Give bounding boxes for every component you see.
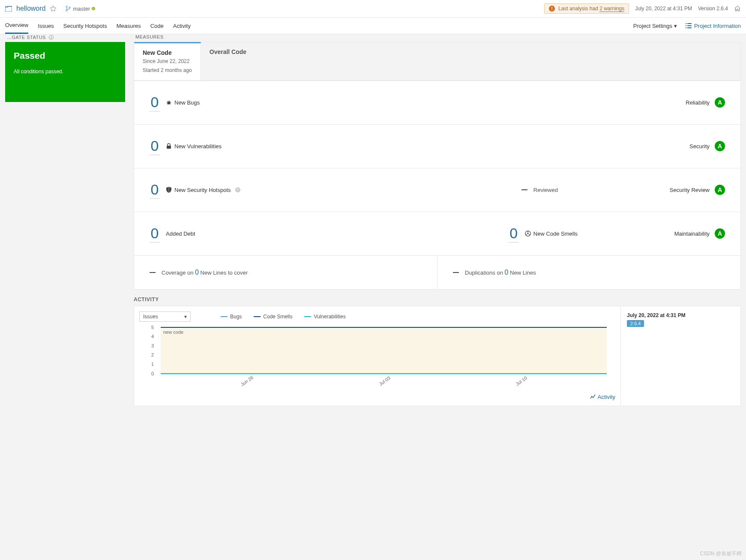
list-icon (686, 23, 692, 28)
reliability-rating: A (715, 97, 725, 108)
activity-link[interactable]: Activity (590, 394, 615, 400)
maintainability-rating: A (715, 228, 725, 239)
activity-chart: 5 4 3 2 1 0 new code Jun 26 (161, 327, 607, 383)
metric-row-vulnerabilities: 0 New Vulnerabilities Security A (134, 124, 740, 168)
help-icon[interactable]: ? (235, 187, 240, 192)
svg-point-4 (168, 101, 171, 104)
chevron-down-icon: ▾ (674, 23, 677, 29)
project-navbar: Overview Issues Security Hotspots Measur… (0, 18, 746, 34)
nav-activity[interactable]: Activity (173, 18, 191, 33)
bugs-value[interactable]: 0 (150, 94, 160, 111)
hotspots-value[interactable]: 0 (150, 181, 160, 199)
code-smell-icon (525, 231, 531, 237)
smells-value[interactable]: 0 (509, 225, 519, 243)
branch-name: master (73, 6, 90, 12)
nav-measures[interactable]: Measures (117, 18, 141, 33)
measures-tabs: New Code Since June 22, 2022 Started 2 m… (134, 42, 740, 81)
debt-value[interactable]: 0 (150, 225, 160, 243)
new-code-chart-label: new code (163, 329, 183, 335)
activity-version-tag: 2.6.4 (627, 320, 644, 327)
activity-sidebar: July 20, 2022 at 4:31 PM 2.6.4 (620, 306, 740, 406)
quality-gate-card: Passed All conditions passed. (5, 42, 125, 102)
chart-legend: Bugs Code Smells Vulnerabilities (221, 314, 346, 320)
tab-overall-title: Overall Code (210, 48, 246, 55)
nav-security-hotspots[interactable]: Security Hotspots (63, 18, 107, 33)
dup-prefix: Duplications on (465, 270, 505, 276)
bug-icon (166, 99, 172, 105)
security-label: Security (689, 143, 710, 150)
svg-point-2 (66, 10, 67, 11)
activity-metric-select[interactable]: Issues ▾ (139, 311, 191, 322)
analysis-warning: ! Last analysis had 2 warnings (544, 3, 629, 14)
vuln-label: New Vulnerabilities (174, 143, 222, 150)
nav-code[interactable]: Code (150, 18, 164, 33)
lock-icon (166, 143, 172, 149)
home-icon[interactable] (734, 5, 741, 12)
branch-icon (65, 6, 71, 12)
metric-row-hotspots: 0 New Security Hotspots ? Reviewed Secur… (134, 168, 740, 212)
project-information-link[interactable]: Project Information (686, 23, 741, 29)
chart-line-icon (590, 394, 596, 399)
duplications-cell: Duplications on 0 New Lines (437, 256, 740, 289)
bugs-label: New Bugs (174, 99, 200, 106)
tab-new-code[interactable]: New Code Since June 22, 2022 Started 2 m… (134, 42, 201, 80)
legend-code-smells: Code Smells (254, 314, 292, 320)
svg-point-7 (527, 233, 529, 234)
security-rating: A (715, 141, 725, 151)
coverage-cell: Coverage on 0 New Lines to cover (134, 256, 437, 289)
analysis-date: July 20, 2022 at 4:31 PM (635, 6, 692, 12)
dup-dash (453, 272, 459, 273)
tab-new-code-since: Since June 22, 2022 (143, 58, 192, 65)
warning-text: Last analysis had (558, 6, 599, 12)
metric-row-bugs: 0 New Bugs Reliability A (134, 81, 740, 124)
chart-x-axis: Jun 26 Jul 03 Jul 10 (161, 374, 607, 383)
activity-panel: Issues ▾ Bugs Code Smells Vulnerabilitie… (134, 306, 741, 407)
hotspots-label: New Security Hotspots (174, 187, 231, 193)
chevron-down-icon: ▾ (184, 314, 187, 320)
activity-event-date: July 20, 2022 at 4:31 PM (627, 312, 734, 318)
smells-label: New Code Smells (533, 231, 578, 237)
activity-title: ACTIVITY (134, 296, 741, 302)
shield-icon (166, 187, 172, 193)
measures-panel: New Code Since June 22, 2022 Started 2 m… (134, 42, 741, 290)
coverage-dash (150, 272, 156, 273)
project-header: helloword master ! Last analysis had 2 w… (0, 0, 746, 18)
branch-status-dot (92, 7, 95, 10)
favorite-star-icon[interactable] (50, 5, 57, 12)
project-name[interactable]: helloword (16, 5, 45, 12)
reviewed-label: Reviewed (533, 187, 558, 193)
measures-title-cut: MEASURES (135, 34, 741, 40)
project-settings-label: Project Settings (633, 23, 672, 29)
coverage-prefix: Coverage on (162, 270, 195, 276)
dup-suffix: New Lines (508, 270, 536, 276)
legend-vulnerabilities: Vulnerabilities (304, 314, 345, 320)
reliability-label: Reliability (686, 99, 710, 106)
nav-issues[interactable]: Issues (38, 18, 54, 33)
project-info-label: Project Information (694, 23, 741, 29)
svg-rect-5 (167, 146, 171, 149)
security-review-label: Security Review (670, 187, 710, 193)
metric-row-coverage-dup: Coverage on 0 New Lines to cover Duplica… (134, 255, 740, 289)
nav-overview[interactable]: Overview (5, 18, 28, 34)
tab-overall-code[interactable]: Overall Code (201, 42, 255, 80)
reviewed-dash (521, 189, 527, 190)
branch-selector[interactable]: master (65, 6, 95, 12)
tab-new-code-title: New Code (143, 49, 192, 56)
metric-row-maintainability: 0 Added Debt 0 New Code Smells Maintaina… (134, 212, 740, 255)
activity-select-value: Issues (143, 314, 158, 320)
project-settings-dropdown[interactable]: Project Settings ▾ (633, 23, 677, 29)
vuln-value[interactable]: 0 (150, 138, 160, 155)
activity-link-label: Activity (598, 394, 615, 400)
quality-gate-title-cut: …GATE STATUS ⓘ (7, 34, 125, 40)
coverage-zero[interactable]: 0 (195, 269, 199, 276)
quality-gate-status: Passed (14, 51, 117, 61)
debt-label: Added Debt (166, 231, 195, 237)
svg-point-1 (66, 6, 67, 7)
maintainability-label: Maintainability (674, 231, 710, 237)
version-text: Version 2.6.4 (698, 6, 728, 12)
quality-gate-message: All conditions passed. (14, 69, 117, 75)
project-icon (5, 6, 12, 12)
warning-link[interactable]: 2 warnings (599, 6, 624, 12)
coverage-suffix: New Lines to cover (199, 270, 248, 276)
svg-point-3 (69, 7, 70, 8)
